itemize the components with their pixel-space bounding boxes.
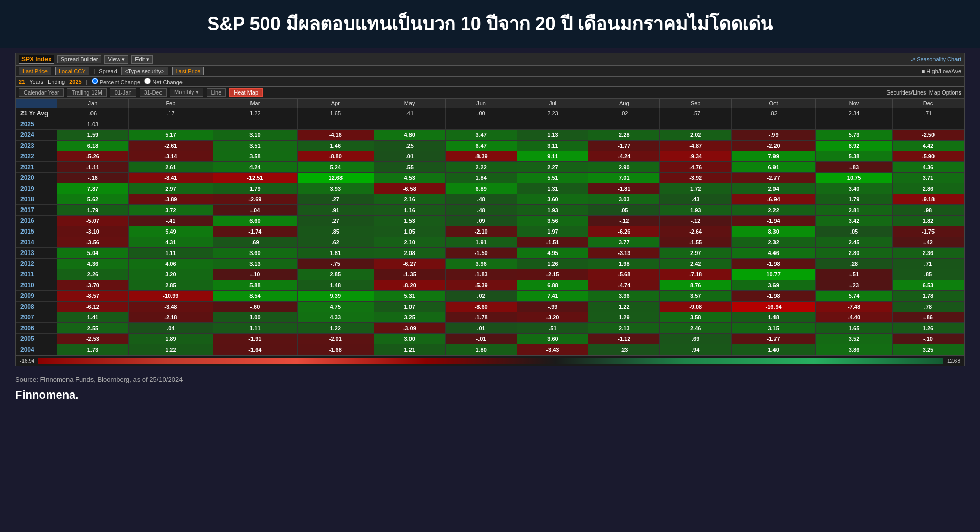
data-cell: 1.79 [816, 194, 893, 205]
year-cell-10: 2016 [16, 216, 57, 226]
trailing-12m-tab[interactable]: Trailing 12M [67, 88, 107, 97]
data-cell: -3.10 [57, 226, 129, 237]
data-cell: 5.38 [816, 151, 893, 162]
line-tab[interactable]: Line [207, 88, 226, 97]
data-cell: -3.70 [57, 280, 129, 291]
data-cell: 1.46 [297, 141, 374, 151]
net-change-radio[interactable]: Net Change [144, 78, 183, 85]
data-cell: -1.91 [213, 334, 297, 344]
data-cell: -.99 [732, 130, 816, 141]
calendar-year-tab[interactable]: Calendar Year [19, 88, 64, 97]
data-cell: 1.81 [297, 248, 374, 259]
data-cell: 8.54 [213, 291, 297, 302]
data-cell: 2.86 [893, 183, 964, 194]
data-cell: 2.02 [660, 130, 732, 141]
data-cell: 7.41 [517, 291, 588, 302]
data-cell [816, 119, 893, 130]
data-cell: -.23 [816, 280, 893, 291]
data-cell: .17 [128, 108, 213, 119]
type-security-button[interactable]: <Type security> [121, 67, 168, 75]
index-label: SPX Index [19, 55, 54, 64]
data-cell: -.42 [893, 237, 964, 248]
data-cell: 3.13 [213, 259, 297, 269]
data-cell: .01 [445, 323, 517, 334]
data-cell: 1.40 [732, 344, 816, 355]
heatmap-table: JanFebMarAprMayJunJulAugSepOctNovDec 21 … [16, 98, 964, 355]
end-month-tab[interactable]: 31-Dec [140, 88, 167, 97]
data-cell: .48 [445, 205, 517, 216]
data-cell: .27 [297, 216, 374, 226]
data-cell: -4.87 [660, 141, 732, 151]
securities-lines-btn[interactable]: Securities/Lines [886, 89, 926, 96]
toolbar-row3: 21 Years Ending 2025 | Percent Change Ne… [16, 77, 964, 87]
data-cell: 2.10 [374, 237, 445, 248]
data-cell: -5.39 [445, 280, 517, 291]
data-cell: 2.34 [816, 108, 893, 119]
year-cell-7: 2019 [16, 183, 57, 194]
data-cell: .00 [445, 108, 517, 119]
data-cell: 6.18 [57, 141, 129, 151]
data-cell: -1.81 [588, 183, 660, 194]
data-cell: .71 [893, 259, 964, 269]
last-price-label[interactable]: Last Price [19, 67, 51, 75]
data-cell: -.10 [893, 334, 964, 344]
data-cell: -1.55 [660, 237, 732, 248]
edit-button[interactable]: Edit ▾ [131, 55, 153, 64]
data-cell: 1.91 [445, 237, 517, 248]
data-cell: -.04 [213, 205, 297, 216]
data-cell: -6.26 [588, 226, 660, 237]
year-cell-19: 2007 [16, 312, 57, 323]
percent-change-radio[interactable]: Percent Change [92, 78, 141, 85]
data-cell: -4.76 [660, 162, 732, 173]
data-cell: .62 [297, 237, 374, 248]
data-cell: -.60 [213, 302, 297, 312]
table-row: 20124.364.063.13-.75-6.273.961.261.982.4… [16, 259, 964, 269]
data-cell: -4.74 [588, 280, 660, 291]
data-cell: -3.13 [588, 248, 660, 259]
data-cell: 3.10 [213, 130, 297, 141]
spread-builder-button[interactable]: Spread Builder [57, 55, 102, 63]
year-cell-20: 2006 [16, 323, 57, 334]
data-cell: .51 [517, 323, 588, 334]
local-ccy-label[interactable]: Local CCY [55, 67, 89, 75]
toolbar-row2: Last Price Local CCY | Spread <Type secu… [16, 66, 964, 77]
table-row: 20062.55.041.111.22-3.09.01.512.132.463.… [16, 323, 964, 334]
data-cell: -1.98 [732, 259, 816, 269]
seasonality-chart-link[interactable]: ↗ Seasonality Chart [910, 56, 961, 63]
data-cell: 1.65 [816, 323, 893, 334]
data-cell: -8.57 [57, 291, 129, 302]
map-options-btn[interactable]: Map Options [929, 89, 961, 96]
data-cell: -.99 [517, 302, 588, 312]
ending-label: Ending [48, 79, 65, 85]
data-cell: -6.58 [374, 183, 445, 194]
data-cell: -2.69 [213, 194, 297, 205]
data-cell: 3.52 [816, 334, 893, 344]
table-row: 20241.595.173.10-4.164.803.471.132.282.0… [16, 130, 964, 141]
data-cell: -2.64 [660, 226, 732, 237]
data-cell: 4.36 [893, 162, 964, 173]
view-button[interactable]: View ▾ [104, 55, 128, 64]
table-row: 20135.041.113.601.812.08-1.504.95-3.132.… [16, 248, 964, 259]
data-cell: 8.92 [816, 141, 893, 151]
data-cell: .69 [213, 237, 297, 248]
data-cell: .02 [588, 108, 660, 119]
data-cell: 3.60 [517, 334, 588, 344]
data-cell: 1.13 [517, 130, 588, 141]
start-month-tab[interactable]: 01-Jan [110, 88, 136, 97]
data-cell: 2.85 [297, 269, 374, 280]
data-cell: 2.22 [445, 162, 517, 173]
data-cell: 1.03 [57, 119, 129, 130]
data-cell: 5.88 [213, 280, 297, 291]
col-header-sep: Sep [660, 99, 732, 108]
data-cell: -2.18 [128, 312, 213, 323]
data-cell: 3.03 [588, 194, 660, 205]
table-row: 2005-2.531.89-1.91-2.013.00-.013.60-1.12… [16, 334, 964, 344]
data-cell: 2.97 [128, 183, 213, 194]
last-price-dropdown[interactable]: Last Price [172, 67, 204, 75]
heat-map-tab[interactable]: Heat Map [229, 88, 263, 97]
monthly-tab[interactable]: Monthly ▾ [170, 88, 203, 97]
year-cell-18: 2008 [16, 302, 57, 312]
data-cell: -1.77 [732, 334, 816, 344]
table-row: 20171.793.72-.04.911.16.481.93.051.932.2… [16, 205, 964, 216]
data-cell: -4.40 [816, 312, 893, 323]
